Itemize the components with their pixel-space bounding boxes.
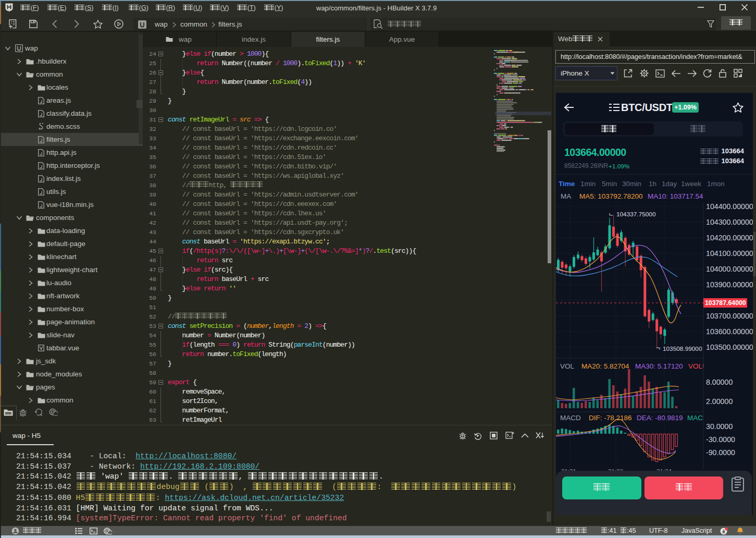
svg-text:DIF: -78.2186: DIF: -78.2186 (589, 414, 632, 422)
svg-text:30.0000: 30.0000 (706, 422, 733, 431)
svg-text:-90.0000: -90.0000 (706, 448, 735, 457)
svg-text:103700.00000: 103700.00000 (706, 312, 753, 320)
svg-text:104337.75000: 104337.75000 (616, 211, 656, 218)
svg-text:103500.00000: 103500.00000 (706, 343, 753, 351)
svg-text:MACD: MACD (560, 414, 581, 422)
svg-text:104400.00000: 104400.00000 (706, 202, 753, 211)
svg-text:MA30: 5.17120: MA30: 5.17120 (635, 362, 683, 370)
svg-text:DEA: -80.9819: DEA: -80.9819 (637, 414, 683, 422)
svg-text:104300.00000: 104300.00000 (706, 218, 753, 226)
svg-text:103787.64000: 103787.64000 (705, 299, 746, 307)
svg-text:2.00000: 2.00000 (706, 397, 733, 406)
svg-text:104000.00000: 104000.00000 (706, 265, 753, 273)
svg-text:MACD: MACD (687, 414, 708, 422)
svg-text:103600.00000: 103600.00000 (706, 327, 753, 336)
svg-text:-30.0000: -30.0000 (706, 435, 735, 444)
svg-text:103508.99000: 103508.99000 (663, 345, 702, 352)
svg-text:104200.00000: 104200.00000 (706, 234, 753, 242)
svg-text:VOLU: VOLU (688, 362, 708, 370)
svg-text:103900.00000: 103900.00000 (706, 280, 753, 289)
svg-text:MA20: 5.82704: MA20: 5.82704 (581, 362, 629, 370)
svg-text:8.00000: 8.00000 (706, 378, 733, 386)
svg-text:VOL: VOL (560, 362, 575, 370)
svg-text:104100.00000: 104100.00000 (706, 249, 753, 258)
